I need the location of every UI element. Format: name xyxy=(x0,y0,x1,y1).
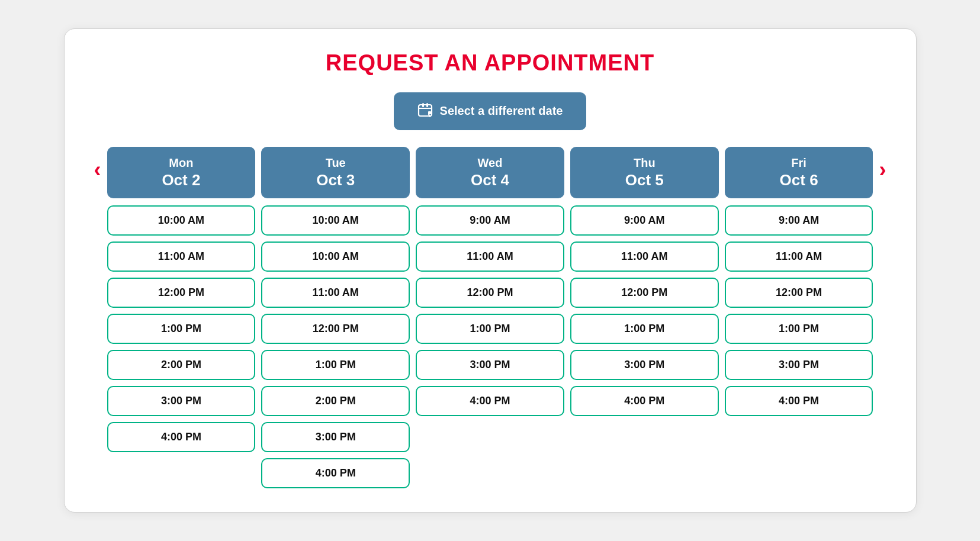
time-slot-fri-oct6-0[interactable]: 9:00 AM xyxy=(725,205,873,236)
time-slot-wed-oct4-1[interactable]: 11:00 AM xyxy=(416,241,564,272)
time-slot-mon-oct2-4[interactable]: 2:00 PM xyxy=(107,350,256,380)
days-columns: MonOct 210:00 AM11:00 AM12:00 PM1:00 PM2… xyxy=(107,147,873,489)
time-slot-wed-oct4-0[interactable]: 9:00 AM xyxy=(416,205,564,236)
day-date: Oct 2 xyxy=(112,170,251,191)
time-slot-thu-oct5-0[interactable]: 9:00 AM xyxy=(570,205,719,236)
time-slot-wed-oct4-2[interactable]: 12:00 PM xyxy=(416,278,564,308)
time-slot-tue-oct3-6[interactable]: 3:00 PM xyxy=(261,422,410,452)
next-nav-button[interactable]: › xyxy=(873,153,892,187)
day-col-wed-oct4: WedOct 49:00 AM11:00 AM12:00 PM1:00 PM3:… xyxy=(416,147,564,489)
day-header-tue-oct3: TueOct 3 xyxy=(261,147,410,199)
time-slot-mon-oct2-5[interactable]: 3:00 PM xyxy=(107,386,256,416)
page-title: REQUEST AN APPOINTMENT xyxy=(88,50,892,76)
select-date-label: Select a different date xyxy=(440,104,563,118)
time-slot-fri-oct6-2[interactable]: 12:00 PM xyxy=(725,278,873,308)
day-name: Fri xyxy=(730,155,869,170)
time-slot-tue-oct3-2[interactable]: 11:00 AM xyxy=(261,278,410,308)
day-col-mon-oct2: MonOct 210:00 AM11:00 AM12:00 PM1:00 PM2… xyxy=(107,147,256,489)
day-col-thu-oct5: ThuOct 59:00 AM11:00 AM12:00 PM1:00 PM3:… xyxy=(570,147,719,489)
time-slot-fri-oct6-4[interactable]: 3:00 PM xyxy=(725,350,873,380)
time-slot-tue-oct3-3[interactable]: 12:00 PM xyxy=(261,314,410,344)
time-slot-thu-oct5-1[interactable]: 11:00 AM xyxy=(570,241,719,272)
time-slot-tue-oct3-7[interactable]: 4:00 PM xyxy=(261,458,410,488)
day-header-wed-oct4: WedOct 4 xyxy=(416,147,564,199)
day-date: Oct 6 xyxy=(730,170,869,191)
time-slot-mon-oct2-6[interactable]: 4:00 PM xyxy=(107,422,256,452)
calendar-icon xyxy=(417,102,433,121)
time-slot-wed-oct4-4[interactable]: 3:00 PM xyxy=(416,350,564,380)
day-date: Oct 5 xyxy=(575,170,714,191)
svg-rect-1 xyxy=(422,103,424,107)
day-header-mon-oct2: MonOct 2 xyxy=(107,147,256,199)
time-slot-wed-oct4-3[interactable]: 1:00 PM xyxy=(416,314,564,344)
calendar-nav: ‹ MonOct 210:00 AM11:00 AM12:00 PM1:00 P… xyxy=(88,147,892,489)
time-slot-mon-oct2-2[interactable]: 12:00 PM xyxy=(107,278,256,308)
time-slot-mon-oct2-0[interactable]: 10:00 AM xyxy=(107,205,256,236)
day-col-fri-oct6: FriOct 69:00 AM11:00 AM12:00 PM1:00 PM3:… xyxy=(725,147,873,489)
time-slot-thu-oct5-3[interactable]: 1:00 PM xyxy=(570,314,719,344)
time-slot-fri-oct6-1[interactable]: 11:00 AM xyxy=(725,241,873,272)
time-slot-fri-oct6-5[interactable]: 4:00 PM xyxy=(725,386,873,416)
time-slot-mon-oct2-3[interactable]: 1:00 PM xyxy=(107,314,256,344)
day-col-tue-oct3: TueOct 310:00 AM10:00 AM11:00 AM12:00 PM… xyxy=(261,147,410,489)
prev-nav-button[interactable]: ‹ xyxy=(88,153,107,187)
day-header-thu-oct5: ThuOct 5 xyxy=(570,147,719,199)
day-name: Tue xyxy=(266,155,405,170)
day-header-fri-oct6: FriOct 6 xyxy=(725,147,873,199)
time-slot-thu-oct5-4[interactable]: 3:00 PM xyxy=(570,350,719,380)
select-date-button[interactable]: Select a different date xyxy=(394,92,587,130)
time-slot-thu-oct5-2[interactable]: 12:00 PM xyxy=(570,278,719,308)
day-date: Oct 3 xyxy=(266,170,405,191)
day-date: Oct 4 xyxy=(420,170,560,191)
time-slot-tue-oct3-5[interactable]: 2:00 PM xyxy=(261,386,410,416)
time-slot-wed-oct4-5[interactable]: 4:00 PM xyxy=(416,386,564,416)
time-slot-tue-oct3-0[interactable]: 10:00 AM xyxy=(261,205,410,236)
time-slot-tue-oct3-4[interactable]: 1:00 PM xyxy=(261,350,410,380)
time-slot-tue-oct3-1[interactable]: 10:00 AM xyxy=(261,241,410,272)
appointment-card: REQUEST AN APPOINTMENT Select a differen… xyxy=(64,28,917,513)
svg-rect-0 xyxy=(419,105,432,116)
day-name: Wed xyxy=(420,155,560,170)
svg-rect-2 xyxy=(426,103,428,107)
day-name: Thu xyxy=(575,155,714,170)
time-slot-thu-oct5-5[interactable]: 4:00 PM xyxy=(570,386,719,416)
time-slot-mon-oct2-1[interactable]: 11:00 AM xyxy=(107,241,256,272)
time-slot-fri-oct6-3[interactable]: 1:00 PM xyxy=(725,314,873,344)
day-name: Mon xyxy=(112,155,251,170)
